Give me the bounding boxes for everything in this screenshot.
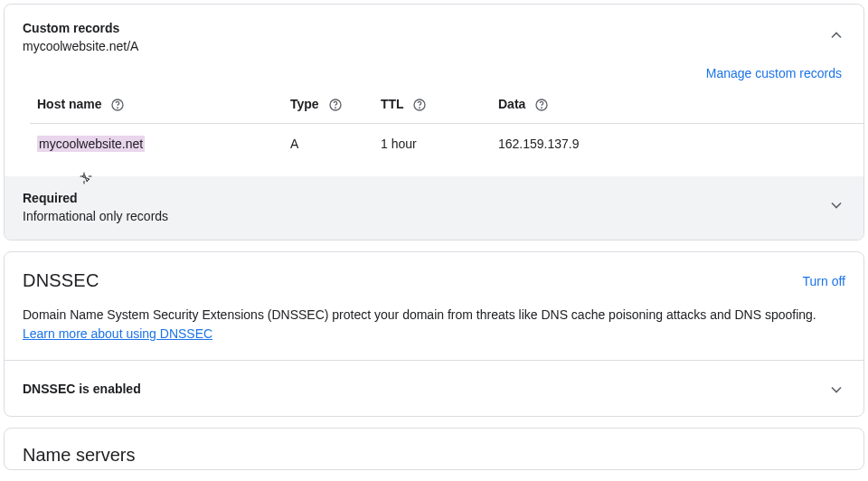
col-header-host-label: Host name [37, 97, 102, 111]
name-servers-title: Name servers [23, 445, 845, 466]
records-table: Host name Type TTL [30, 90, 864, 164]
dnssec-description: Domain Name System Security Extensions (… [5, 300, 863, 360]
table-row: mycoolwebsite.net A 1 hour 162.159.137.9 [30, 124, 864, 165]
dnssec-learn-more-link[interactable]: Learn more about using DNSSEC [23, 326, 212, 341]
required-records-header[interactable]: Required Informational only records [5, 176, 863, 240]
custom-records-header[interactable]: Custom records mycoolwebsite.net/A [5, 5, 863, 66]
custom-records-card: Custom records mycoolwebsite.net/A Manag… [4, 4, 864, 240]
dnssec-turn-off-link[interactable]: Turn off [803, 274, 845, 288]
dnssec-header: DNSSEC Turn off [5, 252, 863, 300]
help-icon[interactable] [412, 98, 427, 112]
cursor-icon [79, 171, 93, 185]
dnssec-enabled-label: DNSSEC is enabled [23, 382, 827, 396]
manage-custom-records-link[interactable]: Manage custom records [706, 66, 842, 80]
col-header-ttl-label: TTL [381, 97, 403, 111]
custom-records-subtitle: mycoolwebsite.net/A [23, 39, 827, 53]
dnssec-desc-text: Domain Name System Security Extensions (… [23, 307, 816, 322]
col-header-data-label: Data [498, 97, 525, 111]
dnssec-title: DNSSEC [23, 270, 803, 291]
cell-type: A [283, 124, 373, 165]
manage-row: Manage custom records [5, 66, 863, 90]
chevron-down-icon[interactable] [827, 381, 845, 401]
name-servers-card: Name servers [4, 428, 864, 470]
required-titles: Required Informational only records [23, 191, 827, 223]
custom-records-title: Custom records [23, 21, 827, 35]
chevron-up-icon[interactable] [827, 26, 845, 47]
required-title: Required [23, 191, 827, 205]
custom-records-titles: Custom records mycoolwebsite.net/A [23, 21, 827, 53]
col-header-ttl: TTL [373, 90, 491, 124]
col-header-host: Host name [30, 90, 283, 124]
svg-point-7 [542, 108, 542, 108]
dnssec-card: DNSSEC Turn off Domain Name System Secur… [4, 251, 864, 417]
svg-point-5 [420, 108, 420, 108]
col-header-type-label: Type [290, 97, 319, 111]
col-header-type: Type [283, 90, 373, 124]
svg-point-8 [83, 175, 86, 178]
help-icon[interactable] [534, 98, 549, 112]
host-name-value: mycoolwebsite.net [37, 136, 145, 152]
cell-data: 162.159.137.9 [491, 124, 864, 165]
cell-ttl: 1 hour [373, 124, 491, 165]
help-icon[interactable] [110, 98, 125, 112]
cell-host: mycoolwebsite.net [30, 124, 283, 165]
help-icon[interactable] [328, 98, 343, 112]
col-header-data: Data [491, 90, 864, 124]
dnssec-enabled-row[interactable]: DNSSEC is enabled [5, 360, 863, 416]
required-subtitle: Informational only records [23, 209, 827, 223]
svg-point-3 [335, 108, 335, 108]
svg-point-1 [118, 108, 118, 108]
chevron-down-icon[interactable] [827, 196, 845, 217]
